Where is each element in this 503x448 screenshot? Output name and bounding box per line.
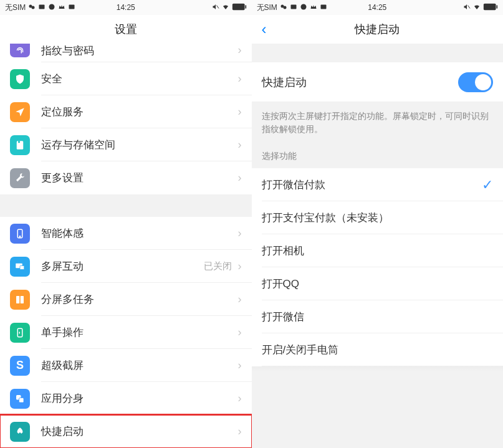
crown-status-icon bbox=[58, 3, 65, 12]
chevron-right-icon: › bbox=[238, 326, 242, 339]
status-bar: 无SIM 14:25 bbox=[0, 0, 252, 15]
option-alipay[interactable]: 打开支付宝付款（未安装） bbox=[252, 201, 504, 234]
row-fingerprint[interactable]: 指纹与密码 › bbox=[0, 44, 252, 62]
option-qq[interactable]: 打开QQ bbox=[252, 267, 504, 300]
row-onehand[interactable]: 单手操作 › bbox=[0, 316, 252, 349]
screenshot-icon: S bbox=[10, 356, 30, 376]
row-security[interactable]: 安全 › bbox=[0, 62, 252, 95]
row-splitscreen[interactable]: 分屏多任务 › bbox=[0, 283, 252, 316]
row-label: 分屏多任务 bbox=[41, 292, 238, 307]
wifi-icon bbox=[222, 3, 229, 12]
option-flashlight[interactable]: 开启/关闭手电筒 bbox=[252, 333, 504, 366]
quicklaunch-icon bbox=[10, 422, 30, 442]
top-gap bbox=[252, 44, 504, 62]
fingerprint-icon bbox=[10, 44, 30, 57]
quicklaunch-toggle[interactable] bbox=[458, 72, 493, 92]
svg-point-11 bbox=[19, 236, 21, 237]
chevron-right-icon: › bbox=[238, 359, 242, 372]
row-gesture[interactable]: 智能体感 › bbox=[0, 217, 252, 250]
svg-rect-25 bbox=[484, 3, 496, 9]
chevron-right-icon: › bbox=[238, 44, 242, 57]
chevron-right-icon: › bbox=[238, 138, 242, 151]
svg-rect-21 bbox=[290, 4, 296, 9]
row-appclone[interactable]: 应用分身 › bbox=[0, 382, 252, 415]
battery-icon bbox=[232, 3, 247, 12]
row-multiscreen[interactable]: 多屏互动 已关闭 › bbox=[0, 250, 252, 283]
section-label: 选择功能 bbox=[252, 145, 504, 168]
svg-point-1 bbox=[32, 6, 35, 9]
chevron-right-icon: › bbox=[238, 171, 242, 184]
settings-group-2: 智能体感 › 多屏互动 已关闭 › 分屏多任务 › bbox=[0, 217, 252, 448]
quicklaunch-content: 快捷启动 连按两次主屏键打开指定的功能。屏幕锁定时，可同时识别指纹解锁使用。 选… bbox=[252, 44, 504, 448]
hint-text: 连按两次主屏键打开指定的功能。屏幕锁定时，可同时识别指纹解锁使用。 bbox=[252, 102, 504, 145]
mail-status-icon bbox=[38, 3, 46, 12]
shield-icon bbox=[10, 69, 30, 89]
chevron-right-icon: › bbox=[238, 72, 242, 85]
settings-screen: 无SIM 14:25 bbox=[0, 0, 252, 448]
row-quicklaunch[interactable]: 快捷启动 › bbox=[0, 415, 252, 448]
quicklaunch-screen: 无SIM 14:25 ‹ 快捷启动 快捷启动 连按两次主屏键打开指定的功能。屏幕… bbox=[252, 0, 504, 448]
svg-rect-26 bbox=[496, 5, 497, 8]
wrench-icon bbox=[10, 168, 30, 188]
location-icon bbox=[10, 102, 30, 122]
message-status-icon bbox=[68, 3, 75, 12]
option-label: 打开QQ bbox=[262, 277, 299, 291]
svg-rect-18 bbox=[19, 398, 24, 403]
settings-list[interactable]: 指纹与密码 › 安全 › 定位服务 › 运存与 bbox=[0, 44, 252, 448]
gesture-icon bbox=[10, 224, 30, 244]
row-more-settings[interactable]: 更多设置 › bbox=[0, 161, 252, 194]
multiscreen-icon bbox=[10, 257, 30, 277]
row-label: 定位服务 bbox=[41, 105, 238, 119]
storage-icon bbox=[10, 135, 30, 155]
row-label: 多屏互动 bbox=[41, 259, 204, 274]
svg-rect-23 bbox=[320, 4, 326, 9]
svg-rect-4 bbox=[69, 4, 75, 9]
row-location[interactable]: 定位服务 › bbox=[0, 95, 252, 128]
status-bar: 无SIM 14:25 bbox=[252, 0, 504, 15]
svg-rect-2 bbox=[39, 4, 45, 9]
option-wechat-pay[interactable]: 打开微信付款 ✓ bbox=[252, 168, 504, 201]
clock-status-icon bbox=[48, 3, 55, 12]
quicklaunch-toggle-row: 快捷启动 bbox=[252, 62, 504, 102]
message-status-icon bbox=[320, 3, 327, 12]
row-storage[interactable]: 运存与存储空间 › bbox=[0, 128, 252, 161]
group-gap bbox=[0, 194, 252, 217]
mute-icon bbox=[463, 3, 471, 12]
status-time: 14:25 bbox=[368, 3, 386, 12]
chevron-right-icon: › bbox=[238, 392, 242, 405]
row-label: 快捷启动 bbox=[41, 424, 238, 439]
option-wechat[interactable]: 打开微信 bbox=[252, 300, 504, 333]
quicklaunch-header: ‹ 快捷启动 bbox=[252, 15, 504, 44]
row-label: 运存与存储空间 bbox=[41, 138, 238, 152]
option-label: 开启/关闭手电筒 bbox=[262, 343, 339, 357]
bottom-shadow bbox=[252, 366, 504, 371]
row-screenshot[interactable]: S 超级截屏 › bbox=[0, 349, 252, 382]
clock-status-icon bbox=[300, 3, 307, 12]
page-title: 设置 bbox=[115, 22, 137, 37]
row-label: 超级截屏 bbox=[41, 358, 238, 373]
row-label: 指纹与密码 bbox=[41, 44, 238, 58]
option-label: 打开支付宝付款（未安装） bbox=[262, 211, 389, 225]
back-button[interactable]: ‹ bbox=[262, 21, 267, 38]
onehand-icon bbox=[10, 323, 30, 343]
mute-icon bbox=[212, 3, 219, 12]
chevron-right-icon: › bbox=[238, 227, 242, 240]
chevron-right-icon: › bbox=[238, 105, 242, 118]
row-label: 智能体感 bbox=[41, 226, 238, 241]
option-camera[interactable]: 打开相机 bbox=[252, 234, 504, 267]
page-title: 快捷启动 bbox=[355, 22, 400, 37]
row-label: 应用分身 bbox=[41, 391, 238, 406]
svg-point-3 bbox=[49, 4, 55, 9]
wechat-status-icon bbox=[28, 3, 36, 12]
wifi-icon bbox=[473, 3, 481, 12]
option-label: 打开微信 bbox=[262, 310, 304, 324]
settings-group-1: 指纹与密码 › 安全 › 定位服务 › 运存与 bbox=[0, 44, 252, 194]
svg-line-24 bbox=[468, 5, 471, 8]
row-value: 已关闭 bbox=[204, 260, 232, 272]
svg-rect-13 bbox=[20, 265, 24, 269]
svg-rect-15 bbox=[21, 296, 24, 303]
check-icon: ✓ bbox=[482, 177, 493, 193]
svg-rect-7 bbox=[245, 5, 246, 8]
mail-status-icon bbox=[290, 3, 297, 12]
nosim-label: 无SIM bbox=[5, 2, 26, 13]
